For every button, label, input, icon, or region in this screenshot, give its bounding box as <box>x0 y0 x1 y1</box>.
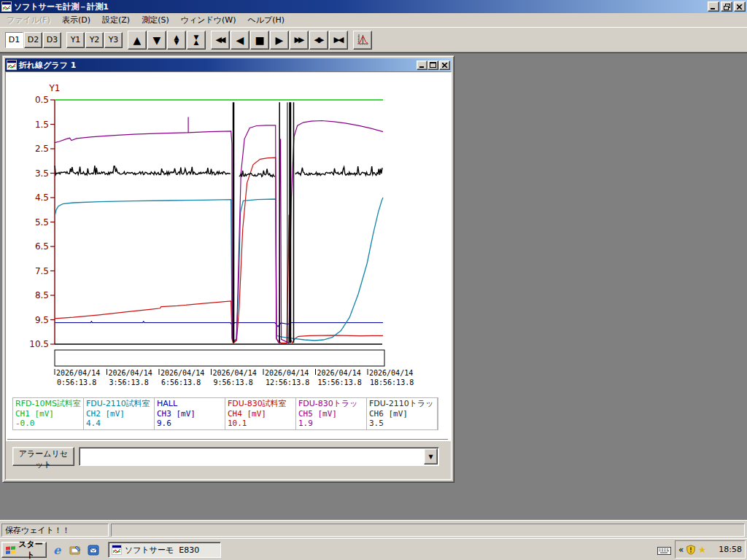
svg-text:Y1: Y1 <box>49 83 61 93</box>
svg-text:2026/04/14: 2026/04/14 <box>317 369 361 377</box>
svg-text:2026/04/14: 2026/04/14 <box>160 369 204 377</box>
toolbar: D1D2D3Y1Y2Y3▲▼▲▼▼▲◀◀◀■▶▶▶◀▶▶◀ <box>0 27 747 52</box>
svg-text:0:56:13.8: 0:56:13.8 <box>57 378 96 386</box>
outlook-express-icon[interactable] <box>86 542 101 557</box>
y2-button[interactable]: Y2 <box>85 32 104 48</box>
svg-text:8.5: 8.5 <box>35 290 49 300</box>
graph-window-icon <box>7 60 17 70</box>
status-message: 保存ウェイト！！ <box>1 524 109 537</box>
scroll-down-button[interactable]: ▼ <box>147 31 166 50</box>
y1-button[interactable]: Y1 <box>66 32 85 48</box>
mdi-area: 折れ線グラフ 1 0.51.52.53.54.55.56.57.58.59.51… <box>0 52 747 520</box>
svg-text:6:56:13.8: 6:56:13.8 <box>161 378 201 386</box>
show-desktop-icon[interactable] <box>68 542 82 557</box>
app-icon <box>1 1 12 12</box>
svg-text:10.5: 10.5 <box>29 339 49 349</box>
graph-window-title: 折れ線グラフ 1 <box>19 60 417 71</box>
rewind-button[interactable]: ◀◀ <box>211 31 230 50</box>
alarm-combobox[interactable]: ▼ <box>79 447 439 466</box>
svg-text:2.5: 2.5 <box>35 144 49 154</box>
menu-help[interactable]: ヘルプ(H) <box>241 13 290 27</box>
keyboard-icon[interactable] <box>657 545 671 559</box>
menubar: ファイル(F)表示(D)設定(Z)測定(S)ウィンドウ(W)ヘルプ(H) <box>0 13 747 27</box>
divider <box>7 439 448 440</box>
taskbar-app-icon <box>112 545 122 555</box>
svg-text:2026/04/14: 2026/04/14 <box>109 369 152 377</box>
fast-forward-button[interactable]: ▶▶ <box>290 31 309 50</box>
clock: 18:58 <box>719 545 742 554</box>
legend-cell-ch4: FDU-830試料室CH4 [mV]10.1 <box>225 398 296 429</box>
expand-vertical-button[interactable]: ▲▼ <box>167 31 186 50</box>
step-forward-button[interactable]: ▶ <box>270 31 289 50</box>
status-panel-empty <box>111 524 745 537</box>
main-titlebar: ソフトサーモ計測－計測1 <box>0 0 747 13</box>
compress-horizontal-button[interactable]: ▶◀ <box>329 31 348 50</box>
graph-window-titlebar[interactable]: 折れ線グラフ 1 <box>5 58 452 71</box>
expand-horizontal-button[interactable]: ◀▶ <box>309 31 328 50</box>
svg-text:3:56:13.8: 3:56:13.8 <box>109 378 149 386</box>
close-button[interactable] <box>734 1 746 12</box>
graph-window-client: 0.51.52.53.54.55.56.57.58.59.510.5Y12026… <box>5 71 452 480</box>
d2-button[interactable]: D2 <box>24 32 42 48</box>
svg-text:7.5: 7.5 <box>35 266 49 276</box>
taskbar-app-label: ソフトサーモ E830 <box>125 545 199 556</box>
svg-text:2026/04/14: 2026/04/14 <box>265 369 309 377</box>
d3-button[interactable]: D3 <box>43 32 61 48</box>
combobox-dropdown-button[interactable]: ▼ <box>424 448 438 464</box>
legend-cell-ch5: FDU-830トラッCH5 [mV]1.9 <box>296 398 367 429</box>
channel-legend: RFD-10MS試料室CH1 [mV]-0.0FDU-2110試料室CH2 [m… <box>12 397 438 430</box>
legend-cell-ch3: HALLCH3 [mV]9.6 <box>155 398 225 429</box>
menu-window[interactable]: ウィンドウ(W) <box>175 13 242 27</box>
legend-cell-ch1: RFD-10MS試料室CH1 [mV]-0.0 <box>13 398 84 429</box>
start-label: スタート <box>18 539 43 560</box>
security-shield-icon[interactable] <box>686 545 696 555</box>
child-close-button[interactable] <box>439 61 450 70</box>
svg-text:12:56:13.8: 12:56:13.8 <box>266 378 309 386</box>
star-icon[interactable]: ★ <box>698 545 706 555</box>
svg-text:2026/04/14: 2026/04/14 <box>213 369 257 377</box>
legend-cell-ch2: FDU-2110試料室CH2 [mV]4.4 <box>84 398 155 429</box>
y3-button[interactable]: Y3 <box>104 32 123 48</box>
svg-text:1.5: 1.5 <box>35 120 49 130</box>
svg-text:0.5: 0.5 <box>35 95 49 105</box>
graph-window: 折れ線グラフ 1 0.51.52.53.54.55.56.57.58.59.51… <box>2 55 454 483</box>
svg-text:2026/04/14: 2026/04/14 <box>369 369 413 377</box>
minimize-button[interactable] <box>708 1 719 12</box>
child-maximize-button[interactable] <box>427 61 438 70</box>
taskbar-app-button[interactable]: ソフトサーモ E830 <box>108 542 221 558</box>
desktop: ソフトサーモ計測－計測1 ファイル(F)表示(D)設定(Z)測定(S)ウィンドウ… <box>0 0 747 560</box>
svg-text:15:56:13.8: 15:56:13.8 <box>318 378 362 386</box>
menu-settings[interactable]: 設定(Z) <box>96 13 136 27</box>
menu-measure[interactable]: 測定(S) <box>136 13 175 27</box>
statusbar: 保存ウェイト！！ <box>0 520 747 538</box>
svg-text:4.5: 4.5 <box>35 192 49 203</box>
graph-settings-button[interactable] <box>353 31 372 50</box>
svg-text:9:56:13.8: 9:56:13.8 <box>214 378 253 386</box>
legend-cell-ch6: FDU-2110トラッCH6 [mV]3.5 <box>367 398 438 429</box>
tray-chevron-icon[interactable]: « <box>678 546 684 553</box>
ie-icon[interactable]: e <box>50 542 64 557</box>
svg-text:2026/04/14: 2026/04/14 <box>56 369 100 377</box>
compress-vertical-button[interactable]: ▼▲ <box>187 31 206 50</box>
alarm-reset-button[interactable]: アラームリセット <box>12 447 74 466</box>
stop-button[interactable]: ■ <box>250 31 269 50</box>
d1-button[interactable]: D1 <box>5 32 23 48</box>
start-button[interactable]: スタート <box>1 542 47 558</box>
windows-logo-icon <box>5 545 16 555</box>
taskbar: スタート e ソフトサーモ E830 « ★ 18:58 <box>0 538 747 560</box>
restore-button[interactable] <box>721 1 732 12</box>
svg-text:3.5: 3.5 <box>35 168 49 179</box>
svg-text:9.5: 9.5 <box>35 315 49 325</box>
step-back-button[interactable]: ◀ <box>231 31 249 50</box>
svg-text:6.5: 6.5 <box>35 241 49 252</box>
svg-text:5.5: 5.5 <box>35 217 49 228</box>
scroll-up-button[interactable]: ▲ <box>128 31 147 50</box>
line-chart: 0.51.52.53.54.55.56.57.58.59.510.5Y12026… <box>6 72 452 393</box>
menu-view[interactable]: 表示(D) <box>56 13 96 27</box>
window-title: ソフトサーモ計測－計測1 <box>14 1 708 12</box>
child-minimize-button[interactable] <box>417 61 427 70</box>
system-tray: « ★ 18:58 <box>675 540 746 559</box>
menu-file: ファイル(F) <box>1 13 56 27</box>
svg-text:18:56:13.8: 18:56:13.8 <box>370 378 414 386</box>
